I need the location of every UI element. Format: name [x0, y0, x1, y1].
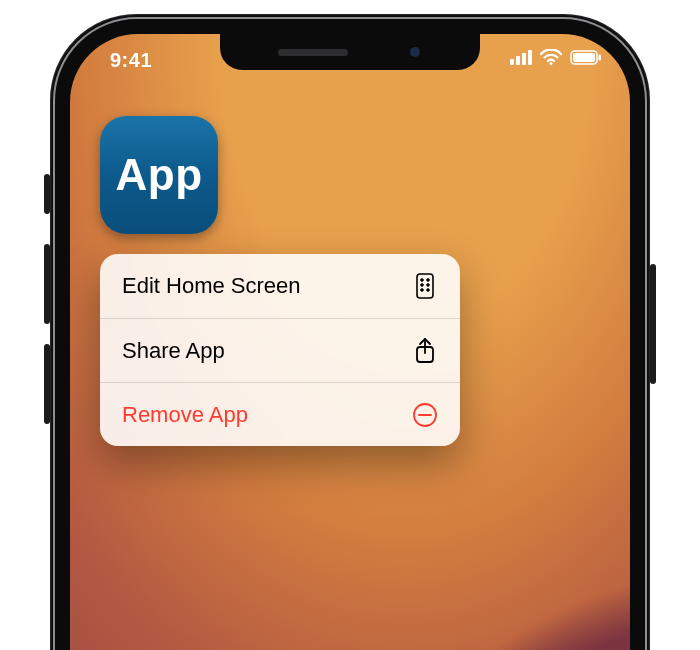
remove-icon	[412, 402, 438, 428]
home-grid-icon	[412, 273, 438, 299]
iphone-frame: 9:41	[50, 14, 650, 650]
svg-point-9	[421, 289, 424, 292]
svg-point-8	[427, 284, 430, 287]
svg-point-10	[427, 289, 430, 292]
svg-point-7	[421, 284, 424, 287]
status-time: 9:41	[110, 49, 152, 72]
context-menu: Edit Home Screen Share App	[100, 254, 460, 446]
power-button	[650, 264, 656, 384]
menu-item-edit-home-screen[interactable]: Edit Home Screen	[100, 254, 460, 318]
menu-item-label: Remove App	[122, 402, 248, 428]
menu-item-label: Share App	[122, 338, 225, 364]
svg-point-6	[427, 279, 430, 282]
battery-icon	[570, 50, 602, 65]
svg-rect-3	[599, 54, 602, 60]
share-icon	[412, 338, 438, 364]
silence-switch	[44, 174, 50, 214]
svg-point-5	[421, 279, 424, 282]
svg-point-0	[550, 62, 553, 65]
cellular-icon	[510, 50, 532, 65]
volume-up-button	[44, 244, 50, 324]
app-icon-label: App	[115, 150, 202, 200]
status-indicators	[510, 49, 602, 65]
menu-item-remove-app[interactable]: Remove App	[100, 382, 460, 446]
screen: 9:41	[70, 34, 630, 650]
svg-rect-4	[417, 274, 433, 298]
wifi-icon	[540, 49, 562, 65]
menu-item-label: Edit Home Screen	[122, 273, 301, 299]
status-bar: 9:41	[70, 47, 630, 77]
svg-rect-2	[573, 53, 595, 62]
app-icon[interactable]: App	[100, 116, 218, 234]
volume-down-button	[44, 344, 50, 424]
menu-item-share-app[interactable]: Share App	[100, 318, 460, 382]
